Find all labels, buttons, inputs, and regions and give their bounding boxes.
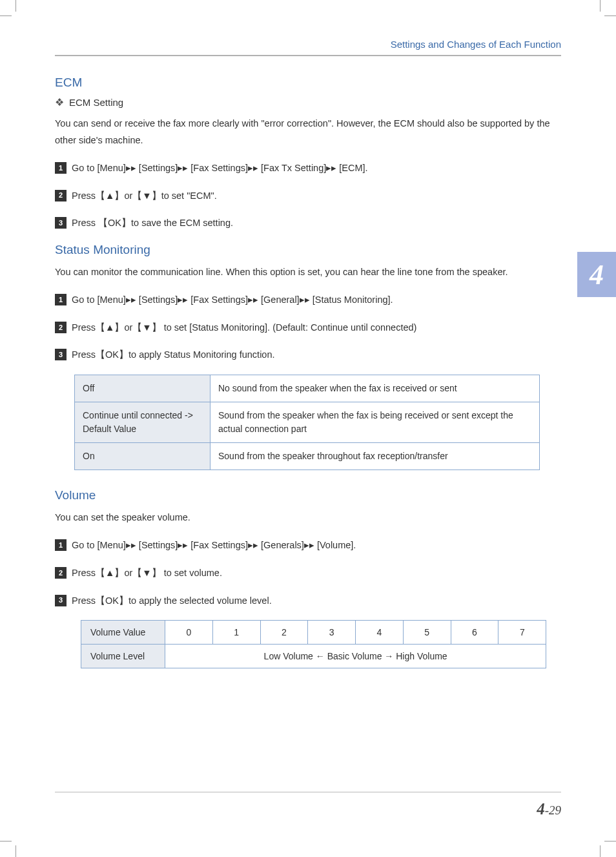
ecm-step-1-text: Go to [Menu]▸▸ [Settings]▸▸ [Fax Setting… bbox=[72, 160, 561, 176]
table-row: On Sound from the speaker throughout fax… bbox=[75, 443, 540, 470]
volume-heading: Volume bbox=[55, 488, 561, 502]
status-desc-off: No sound from the speaker when the fax i… bbox=[210, 375, 540, 402]
ecm-heading: ECM bbox=[55, 76, 561, 90]
step-number-icon: 2 bbox=[55, 190, 67, 201]
table-row: Off No sound from the speaker when the f… bbox=[75, 375, 540, 402]
ecm-step-2: 2 Press【▲】or【▼】to set "ECM". bbox=[55, 188, 561, 204]
ecm-step-2-text: Press【▲】or【▼】to set "ECM". bbox=[72, 188, 561, 204]
step-number-icon: 2 bbox=[55, 567, 67, 579]
volume-step-2: 2 Press【▲】or【▼】 to set volume. bbox=[55, 565, 561, 581]
status-step-3-text: Press【OK】to apply Status Monitoring func… bbox=[72, 347, 561, 363]
page-chapter: 4 bbox=[537, 800, 545, 818]
volume-intro: You can set the speaker volume. bbox=[55, 509, 561, 526]
table-row: Volume Value 0 1 2 3 4 5 6 7 bbox=[81, 621, 546, 645]
step-number-icon: 1 bbox=[55, 294, 67, 305]
status-opt-continue: Continue until connected -> Default Valu… bbox=[75, 402, 210, 443]
table-row: Volume Level Low Volume ← Basic Volume →… bbox=[81, 645, 546, 668]
ecm-subhead-text: ECM Setting bbox=[69, 97, 123, 108]
volume-value-cell: 1 bbox=[212, 621, 260, 645]
step-number-icon: 3 bbox=[55, 595, 67, 606]
volume-value-cell: 4 bbox=[356, 621, 404, 645]
step-number-icon: 2 bbox=[55, 322, 67, 333]
volume-level-label: Volume Level bbox=[81, 645, 165, 668]
ecm-intro: You can send or receive the fax more cle… bbox=[55, 115, 561, 149]
status-opt-off: Off bbox=[75, 375, 210, 402]
status-step-1: 1 Go to [Menu]▸▸ [Settings]▸▸ [Fax Setti… bbox=[55, 292, 561, 308]
volume-step-3: 3 Press【OK】to apply the selected volume … bbox=[55, 593, 561, 609]
volume-value-cell: 7 bbox=[498, 621, 546, 645]
volume-value-cell: 6 bbox=[451, 621, 498, 645]
volume-step-1: 1 Go to [Menu]▸▸ [Settings]▸▸ [Fax Setti… bbox=[55, 537, 561, 553]
volume-level-desc: Low Volume ← Basic Volume → High Volume bbox=[165, 645, 546, 668]
status-opt-on: On bbox=[75, 443, 210, 470]
diamond-icon: ❖ bbox=[55, 96, 64, 108]
status-step-2-text: Press【▲】or【▼】 to set [Status Monitoring]… bbox=[72, 320, 561, 336]
step-number-icon: 3 bbox=[55, 349, 67, 360]
step-number-icon: 3 bbox=[55, 217, 67, 229]
volume-value-cell: 3 bbox=[308, 621, 356, 645]
status-heading: Status Monitoring bbox=[55, 243, 561, 257]
ecm-subhead: ❖ ECM Setting bbox=[55, 96, 561, 108]
ecm-step-3: 3 Press 【OK】to save the ECM setting. bbox=[55, 215, 561, 231]
status-intro: You can monitor the communication line. … bbox=[55, 263, 561, 280]
page-number: 4-29 bbox=[537, 800, 561, 818]
step-number-icon: 1 bbox=[55, 539, 67, 551]
volume-step-2-text: Press【▲】or【▼】 to set volume. bbox=[72, 565, 561, 581]
footer-divider bbox=[55, 792, 561, 792]
page-sub: -29 bbox=[545, 803, 561, 817]
status-step-2: 2 Press【▲】or【▼】 to set [Status Monitorin… bbox=[55, 320, 561, 336]
volume-step-3-text: Press【OK】to apply the selected volume le… bbox=[72, 593, 561, 609]
status-step-3: 3 Press【OK】to apply Status Monitoring fu… bbox=[55, 347, 561, 363]
table-row: Continue until connected -> Default Valu… bbox=[75, 402, 540, 443]
volume-step-1-text: Go to [Menu]▸▸ [Settings]▸▸ [Fax Setting… bbox=[72, 537, 561, 553]
step-number-icon: 1 bbox=[55, 162, 67, 174]
status-desc-on: Sound from the speaker throughout fax re… bbox=[210, 443, 540, 470]
volume-value-label: Volume Value bbox=[81, 621, 165, 645]
volume-value-cell: 5 bbox=[403, 621, 451, 645]
status-desc-continue: Sound from the speaker when the fax is b… bbox=[210, 402, 540, 443]
volume-value-cell: 2 bbox=[260, 621, 308, 645]
volume-value-cell: 0 bbox=[165, 621, 213, 645]
volume-table: Volume Value 0 1 2 3 4 5 6 7 Volume Leve… bbox=[81, 620, 546, 668]
chapter-tab: 4 bbox=[577, 252, 616, 297]
running-header: Settings and Changes of Each Function bbox=[55, 39, 561, 56]
ecm-step-1: 1 Go to [Menu]▸▸ [Settings]▸▸ [Fax Setti… bbox=[55, 160, 561, 176]
status-table: Off No sound from the speaker when the f… bbox=[74, 375, 540, 470]
status-step-1-text: Go to [Menu]▸▸ [Settings]▸▸ [Fax Setting… bbox=[72, 292, 561, 308]
ecm-step-3-text: Press 【OK】to save the ECM setting. bbox=[72, 215, 561, 231]
